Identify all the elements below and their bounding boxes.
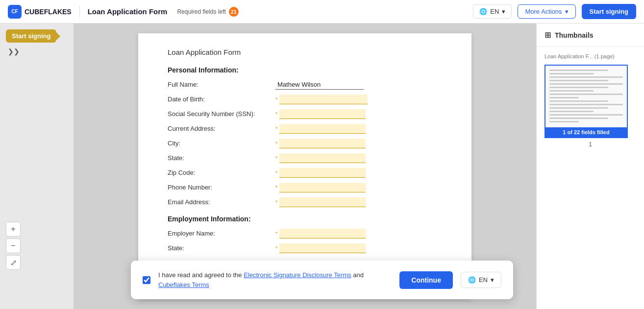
zoom-controls: + − ⤢ [6, 222, 21, 270]
input-dob[interactable] [279, 95, 368, 104]
language-button[interactable]: 🌐 EN ▾ [473, 4, 512, 19]
required-star-state: * [275, 155, 277, 161]
label-dob: Date of Birth: [168, 95, 275, 103]
input-fullname[interactable] [275, 80, 364, 90]
form-row-fullname: Full Name: [168, 80, 442, 90]
thumb-line [549, 70, 608, 71]
required-star-employer: * [275, 231, 277, 237]
form-row-ssn: Social Security Number (SSN): * [168, 109, 442, 119]
form-row-emp-state: State: * [168, 243, 442, 253]
consent-lang-button[interactable]: 🌐 EN ▾ [461, 272, 501, 288]
thumb-line [549, 111, 594, 112]
label-state: State: [168, 154, 275, 162]
globe-icon-small: 🌐 [468, 276, 476, 284]
header: CF CUBEFLAKES Loan Application Form Requ… [0, 0, 644, 24]
required-label: Required fields left [177, 8, 225, 15]
thumbnail-content: Loan Application F... (1 page) [537, 47, 644, 154]
required-count: 21 [229, 7, 239, 17]
logo-text: CUBEFLAKES [25, 8, 72, 16]
label-city: City: [168, 140, 275, 147]
more-actions-label: More Actions [525, 8, 562, 15]
required-badge: Required fields left 21 [177, 7, 238, 17]
label-zip: Zip Code: [168, 169, 275, 176]
input-city[interactable] [279, 139, 366, 148]
doc-page-title: Loan Application Form [168, 48, 442, 56]
start-signing-button[interactable]: Start signing [582, 4, 636, 19]
thumb-line [549, 104, 623, 105]
required-star-emp-state: * [275, 245, 277, 251]
zoom-out-button[interactable]: − [6, 238, 21, 253]
thumb-line [549, 118, 608, 119]
thumb-line [549, 94, 623, 95]
input-phone[interactable] [279, 183, 366, 192]
consent-dialog: I have read and agreed to the Electronic… [131, 261, 513, 299]
chevron-down-icon: ▾ [502, 8, 505, 15]
form-row-employer: Employer Name: * [168, 229, 442, 238]
input-emp-state[interactable] [279, 243, 366, 253]
employment-section-header: Employment Information: [168, 215, 442, 223]
header-divider [79, 6, 80, 18]
label-address: Current Address: [168, 125, 275, 132]
chevron-down-icon-small: ▾ [491, 276, 494, 284]
thumbnail-preview[interactable]: 1 of 22 fields filled [545, 65, 628, 138]
right-sidebar: ⊞ Thumbnails Loan Application F... (1 pa… [536, 24, 644, 309]
input-employer[interactable] [279, 229, 366, 238]
thumbnails-header: ⊞ Thumbnails [537, 24, 644, 47]
required-star-email: * [275, 199, 277, 205]
thumb-line [549, 73, 594, 74]
required-star-address: * [275, 126, 277, 132]
thumb-line [549, 90, 594, 92]
thumb-line [549, 121, 579, 122]
required-star-city: * [275, 141, 277, 146]
chevron-down-icon: ▾ [565, 8, 569, 15]
input-address[interactable] [279, 124, 366, 134]
doc-title: Loan Application Form [88, 7, 168, 16]
required-star-ssn: * [275, 111, 277, 117]
label-email: Email Address: [168, 198, 275, 206]
consent-checkbox[interactable] [143, 276, 150, 284]
input-email[interactable] [279, 197, 366, 207]
personal-section-header: Personal Information: [168, 66, 442, 74]
thumb-line [549, 76, 623, 78]
cubeflakes-terms-link[interactable]: Cubeflakes Terms [158, 281, 209, 288]
thumb-line [549, 80, 608, 81]
form-row-city: City: * [168, 139, 442, 148]
form-row-state: State: * [168, 153, 442, 163]
more-actions-button[interactable]: More Actions ▾ [518, 4, 575, 19]
label-fullname: Full Name: [168, 81, 275, 88]
thumbnails-title: Thumbnails [555, 31, 594, 39]
required-star-phone: * [275, 185, 277, 190]
disclosure-terms-link[interactable]: Electronic Signature Disclosure Terms [244, 271, 351, 279]
form-row-phone: Phone Number: * [168, 183, 442, 192]
consent-text: I have read and agreed to the Electronic… [158, 270, 392, 289]
form-row-address: Current Address: * [168, 124, 442, 134]
zoom-fit-button[interactable]: ⤢ [6, 255, 21, 270]
thumbnail-lines [545, 66, 627, 128]
required-star-dob: * [275, 96, 277, 102]
consent-text-middle: and [353, 271, 364, 279]
left-sidebar: Start signing ❯❯ + − ⤢ [0, 24, 74, 309]
form-row-zip: Zip Code: * [168, 168, 442, 178]
input-zip[interactable] [279, 168, 366, 178]
label-emp-state: State: [168, 244, 275, 252]
consent-text-before: I have read and agreed to the [158, 271, 242, 279]
input-state[interactable] [279, 153, 366, 163]
thumb-line [549, 87, 608, 88]
logo-icon: CF [8, 5, 22, 19]
page-number: 1 [545, 141, 636, 148]
doc-page: Loan Application Form Personal Informati… [138, 33, 471, 299]
thumbnails-icon: ⊞ [545, 30, 551, 40]
expand-icon: ❯❯ [6, 48, 68, 55]
logo-area: CF CUBEFLAKES [8, 5, 72, 19]
required-star-zip: * [275, 170, 277, 176]
form-row-dob: Date of Birth: * [168, 95, 442, 104]
input-ssn[interactable] [279, 109, 366, 119]
lang-label: EN [490, 8, 499, 15]
continue-button[interactable]: Continue [399, 271, 453, 289]
label-ssn: Social Security Number (SSN): [168, 110, 275, 118]
start-signing-tag[interactable]: Start signing [6, 29, 56, 43]
fields-filled-badge: 1 of 22 fields filled [545, 127, 627, 137]
thumbnail-doc-name: Loan Application F... (1 page) [545, 53, 636, 60]
zoom-in-button[interactable]: + [6, 222, 21, 237]
globe-icon: 🌐 [479, 8, 487, 15]
